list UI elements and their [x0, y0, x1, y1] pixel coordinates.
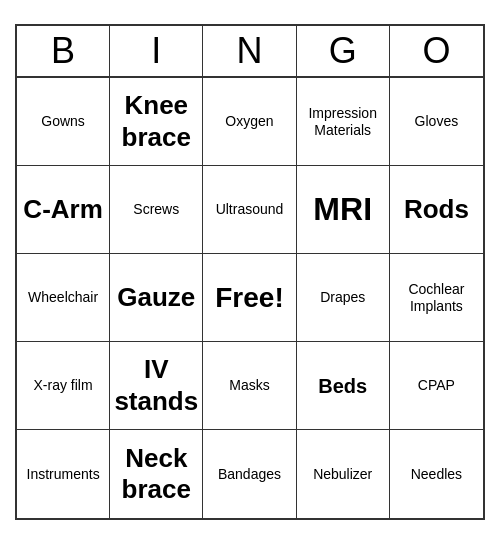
bingo-cell[interactable]: Knee brace: [110, 78, 203, 166]
bingo-cell[interactable]: Free!: [203, 254, 296, 342]
bingo-cell[interactable]: IV stands: [110, 342, 203, 430]
bingo-cell[interactable]: Gowns: [17, 78, 110, 166]
header-letter: I: [110, 26, 203, 76]
bingo-cell[interactable]: Gauze: [110, 254, 203, 342]
bingo-cell[interactable]: Bandages: [203, 430, 296, 518]
bingo-cell[interactable]: Needles: [390, 430, 483, 518]
header-letter: N: [203, 26, 296, 76]
header-letter: O: [390, 26, 483, 76]
bingo-cell[interactable]: Instruments: [17, 430, 110, 518]
bingo-card: BINGO GownsKnee braceOxygenImpression Ma…: [15, 24, 485, 520]
bingo-cell[interactable]: Ultrasound: [203, 166, 296, 254]
bingo-grid: GownsKnee braceOxygenImpression Material…: [17, 78, 483, 518]
bingo-cell[interactable]: Screws: [110, 166, 203, 254]
header-letter: B: [17, 26, 110, 76]
bingo-cell[interactable]: Cochlear Implants: [390, 254, 483, 342]
bingo-cell[interactable]: C-Arm: [17, 166, 110, 254]
bingo-cell[interactable]: MRI: [297, 166, 390, 254]
bingo-cell[interactable]: Oxygen: [203, 78, 296, 166]
bingo-cell[interactable]: Gloves: [390, 78, 483, 166]
header-letter: G: [297, 26, 390, 76]
bingo-cell[interactable]: Neck brace: [110, 430, 203, 518]
bingo-header: BINGO: [17, 26, 483, 78]
bingo-cell[interactable]: Rods: [390, 166, 483, 254]
bingo-cell[interactable]: Wheelchair: [17, 254, 110, 342]
bingo-cell[interactable]: Nebulizer: [297, 430, 390, 518]
bingo-cell[interactable]: CPAP: [390, 342, 483, 430]
bingo-cell[interactable]: X-ray film: [17, 342, 110, 430]
bingo-cell[interactable]: Beds: [297, 342, 390, 430]
bingo-cell[interactable]: Drapes: [297, 254, 390, 342]
bingo-cell[interactable]: Impression Materials: [297, 78, 390, 166]
bingo-cell[interactable]: Masks: [203, 342, 296, 430]
